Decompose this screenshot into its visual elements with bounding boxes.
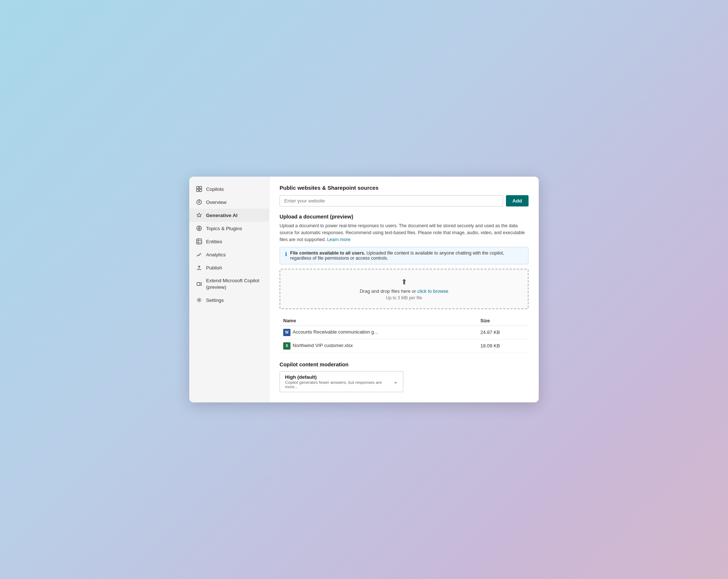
file-table: Name Size WAccounts Receivable communica… xyxy=(280,316,529,353)
extend-icon xyxy=(196,281,202,287)
file-name-cell: WAccounts Receivable communication g... xyxy=(280,326,477,339)
sidebar-item-label: Topics & Plugins xyxy=(206,226,242,231)
publish-icon xyxy=(196,264,202,271)
sidebar-item-label: Extend Microsoft Copilot (preview) xyxy=(206,277,262,290)
svg-point-16 xyxy=(198,299,200,301)
svg-point-5 xyxy=(198,201,200,203)
app-window: Copilots Overview Generative AI xyxy=(189,177,539,402)
svg-rect-9 xyxy=(197,239,202,244)
svg-rect-2 xyxy=(197,189,199,192)
file-name: Accounts Receivable communication g... xyxy=(293,329,378,335)
drop-zone[interactable]: ⬆ Drag and drop files here or click to b… xyxy=(280,269,529,309)
moderation-label: High (default) xyxy=(285,374,393,380)
sidebar-item-label: Analytics xyxy=(206,252,226,257)
file-name: Northwind VIP customer.xlsx xyxy=(293,343,353,348)
col-name: Name xyxy=(280,316,477,326)
sidebar-item-publish[interactable]: Publish xyxy=(189,261,269,274)
sidebar-item-topics-plugins[interactable]: Topics & Plugins xyxy=(189,222,269,235)
settings-icon xyxy=(196,297,202,303)
sidebar-item-overview[interactable]: Overview xyxy=(189,196,269,209)
excel-icon: X xyxy=(283,342,290,350)
main-content: Public websites & Sharepoint sources Add… xyxy=(269,177,539,402)
sidebar-item-label: Entities xyxy=(206,239,222,244)
generative-ai-icon xyxy=(196,212,202,218)
moderation-section: Copilot content moderation High (default… xyxy=(280,362,529,392)
svg-rect-0 xyxy=(197,186,199,189)
table-row: XNorthwind VIP customer.xlsx18.09 KB xyxy=(280,339,529,352)
word-icon: W xyxy=(283,329,290,336)
col-size: Size xyxy=(477,316,529,326)
entities-icon xyxy=(196,238,202,245)
sidebar-item-generative-ai[interactable]: Generative AI xyxy=(189,209,269,222)
websites-section: Public websites & Sharepoint sources Add xyxy=(280,185,529,206)
sidebar-item-label: Generative AI xyxy=(206,213,238,218)
upload-description: Upload a document to power real-time res… xyxy=(280,222,529,243)
websites-section-title: Public websites & Sharepoint sources xyxy=(280,185,529,191)
moderation-select[interactable]: High (default) Copilot generates fewer a… xyxy=(280,371,403,392)
drop-zone-sub: Up to 3 MB per file xyxy=(288,295,520,300)
drop-zone-text: Drag and drop files here or click to bro… xyxy=(288,288,520,294)
sidebar-item-label: Overview xyxy=(206,200,226,205)
overview-icon xyxy=(196,199,202,205)
svg-rect-3 xyxy=(199,189,202,192)
sidebar-item-label: Publish xyxy=(206,265,222,271)
sidebar-item-settings[interactable]: Settings xyxy=(189,294,269,307)
info-banner-content: File contents available to all users. Up… xyxy=(290,251,523,261)
sidebar-item-analytics[interactable]: Analytics xyxy=(189,248,269,261)
sidebar-item-label: Copilots xyxy=(206,186,224,192)
upload-section: Upload a document (preview) Upload a doc… xyxy=(280,214,529,352)
add-button[interactable]: Add xyxy=(506,195,529,206)
svg-rect-1 xyxy=(199,186,202,189)
file-size: 18.09 KB xyxy=(477,339,529,352)
sidebar: Copilots Overview Generative AI xyxy=(189,177,269,402)
info-icon: ℹ xyxy=(285,251,287,257)
website-input[interactable] xyxy=(280,195,503,206)
analytics-icon xyxy=(196,251,202,258)
file-name-cell: XNorthwind VIP customer.xlsx xyxy=(280,339,477,352)
topics-icon xyxy=(196,225,202,232)
sidebar-item-label: Settings xyxy=(206,298,224,303)
info-banner: ℹ File contents available to all users. … xyxy=(280,247,529,264)
file-size: 24.87 KB xyxy=(477,326,529,339)
grid-icon xyxy=(196,186,202,192)
table-row: WAccounts Receivable communication g...2… xyxy=(280,326,529,339)
learn-more-link[interactable]: Learn more xyxy=(327,237,351,242)
sidebar-item-extend-copilot[interactable]: Extend Microsoft Copilot (preview) xyxy=(189,274,269,294)
upload-section-title: Upload a document (preview) xyxy=(280,214,529,220)
moderation-title: Copilot content moderation xyxy=(280,362,529,367)
svg-rect-15 xyxy=(197,283,200,285)
moderation-select-inner: High (default) Copilot generates fewer a… xyxy=(285,374,393,389)
chevron-down-icon: ⌄ xyxy=(393,378,398,385)
sidebar-item-copilots[interactable]: Copilots xyxy=(189,182,269,196)
website-input-row: Add xyxy=(280,195,529,206)
upload-icon: ⬆ xyxy=(288,277,520,286)
sidebar-item-entities[interactable]: Entities xyxy=(189,235,269,248)
browse-link[interactable]: click to browse xyxy=(418,288,448,294)
moderation-sub: Copilot generates fewer answers, but res… xyxy=(285,380,393,389)
